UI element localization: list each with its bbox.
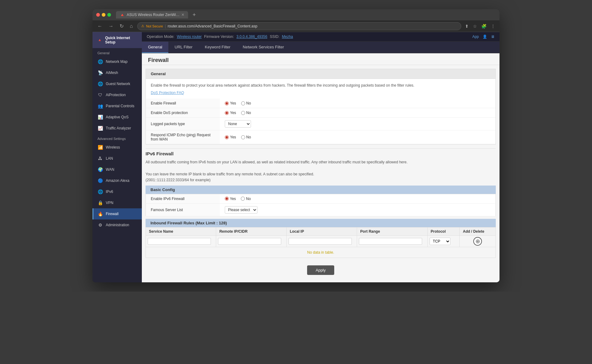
firmware-value[interactable]: 3.0.0.4.386_49356 [236, 35, 267, 39]
close-button[interactable] [96, 13, 100, 17]
administration-icon: ⚙ [97, 222, 103, 228]
enable-dos-no-label[interactable]: No [241, 111, 251, 115]
sidebar-item-firewall[interactable]: 🔥 Firewall [92, 208, 142, 219]
sidebar-item-guest-network[interactable]: 🌐 Guest Network [92, 78, 142, 89]
extensions-icon[interactable]: 🧩 [480, 22, 488, 30]
enable-dos-yes-text: Yes [230, 111, 236, 115]
enable-firewall-yes-label[interactable]: Yes [225, 101, 236, 105]
app-link[interactable]: App [472, 35, 479, 39]
topbar-right: App 👤 🖥 [472, 35, 495, 39]
port-range-input[interactable] [359, 238, 422, 245]
remote-ip-input[interactable] [218, 238, 281, 245]
address-bar[interactable]: ⚠ Not Secure | router.asus.com/Advanced_… [137, 22, 461, 30]
famous-server-select[interactable]: Please select HTTP HTTPS FTP SSH [225, 206, 257, 214]
inbound-rules-section: Inbound Firewall Rules (Max Limit : 128)… [146, 219, 496, 258]
sidebar-item-amazon-alexa[interactable]: 🔵 Amazon Alexa [92, 175, 142, 186]
aimesh-icon: 📡 [97, 70, 103, 76]
table-row: Enable Firewall Yes No [146, 99, 495, 108]
sidebar-item-network-map[interactable]: 🌐 Network Map [92, 56, 142, 67]
enable-firewall-no-label[interactable]: No [241, 101, 251, 105]
browser-titlebar: 🔺 ASUS Wireless Router ZenWi… ✕ + [92, 9, 500, 20]
table-row: Enable IPv6 Firewall Yes No [146, 194, 496, 203]
tab-general[interactable]: General [142, 42, 168, 53]
maximize-button[interactable] [107, 13, 111, 17]
famous-server-label: Famous Server List [146, 203, 220, 216]
tab-network-services-filter[interactable]: Network Services Filter [236, 42, 290, 53]
general-form-table: Enable Firewall Yes No [146, 99, 495, 144]
new-tab-button[interactable]: + [191, 12, 198, 18]
sidebar-item-administration[interactable]: ⚙ Administration [92, 219, 142, 231]
enable-dos-yes-label[interactable]: Yes [225, 111, 236, 115]
sidebar: 🔺 Quick Internet Setup General 🌐 Network… [92, 32, 142, 282]
amazon-alexa-icon: 🔵 [97, 178, 103, 184]
sidebar-label-network-map: Network Map [106, 59, 128, 64]
logged-packets-select[interactable]: None Dropped Accepted Both [225, 120, 251, 128]
minimize-button[interactable] [102, 13, 105, 17]
ipv6-no-label[interactable]: No [241, 197, 251, 201]
sidebar-label-adaptive-qos: Adaptive QoS [106, 115, 129, 119]
basic-config-section: Basic Config Enable IPv6 Firewall Yes [146, 186, 496, 216]
back-button[interactable]: ← [96, 22, 104, 30]
apply-button[interactable]: Apply [307, 265, 335, 275]
sidebar-item-ipv6[interactable]: 🌐 IPv6 [92, 186, 142, 197]
sidebar-item-vpn[interactable]: 🔒 VPN [92, 197, 142, 208]
wireless-icon: 📶 [97, 144, 103, 150]
enable-dos-yes-radio[interactable] [225, 111, 229, 115]
icmp-echo-yes-radio[interactable] [225, 135, 229, 139]
tab-keyword-filter[interactable]: Keyword Filter [199, 42, 236, 53]
sidebar-item-wan[interactable]: 🌍 WAN [92, 164, 142, 175]
quick-setup-label: Quick Internet Setup [105, 36, 137, 44]
menu-icon[interactable]: ⋮ [490, 22, 496, 30]
share-icon[interactable]: ⬆ [464, 22, 470, 30]
sidebar-item-aimesh[interactable]: 📡 AiMesh [92, 67, 142, 78]
traffic-lights [96, 13, 111, 17]
sidebar-item-adaptive-qos[interactable]: 📊 Adaptive QoS [92, 112, 142, 123]
service-name-input[interactable] [148, 238, 211, 245]
forward-button[interactable]: → [107, 22, 115, 30]
icmp-echo-no-label[interactable]: No [241, 135, 251, 139]
browser-tab[interactable]: 🔺 ASUS Wireless Router ZenWi… ✕ [116, 11, 188, 18]
ssid-value[interactable]: Mezha [282, 35, 293, 39]
tab-close-button[interactable]: ✕ [181, 13, 184, 17]
protocol-select[interactable]: TCP UDP BOTH [430, 238, 450, 245]
sidebar-item-wireless[interactable]: 📶 Wireless [92, 142, 142, 153]
no-data-text: No data in table. [307, 250, 334, 255]
sidebar-item-traffic-analyzer[interactable]: 📈 Traffic Analyzer [92, 123, 142, 134]
no-data-row: No data in table. [146, 247, 496, 258]
sidebar-item-aiprotection[interactable]: 🛡 AiProtection [92, 89, 142, 100]
sidebar-item-lan[interactable]: 🖧 LAN [92, 153, 142, 164]
ipv6-no-radio[interactable] [241, 197, 245, 201]
wan-icon: 🌍 [97, 166, 103, 173]
col-local-ip: Local IP [286, 227, 357, 235]
basic-config-header: Basic Config [146, 186, 496, 194]
input-row: TCP UDP BOTH ⊕ [146, 235, 496, 247]
icmp-echo-no-radio[interactable] [241, 135, 245, 139]
general-section: General Enable the firewall to protect y… [146, 69, 496, 145]
ipv6-title: IPv6 Firewall [146, 148, 496, 158]
ipv6-yes-radio[interactable] [225, 197, 229, 201]
icmp-echo-yes-label[interactable]: Yes [225, 135, 236, 139]
tab-url-filter[interactable]: URL Filter [168, 42, 199, 53]
icmp-echo-radio-group: Yes No [225, 135, 491, 139]
enable-ipv6-label: Enable IPv6 Firewall [146, 194, 220, 203]
home-button[interactable]: ⌂ [128, 22, 135, 30]
ipv6-yes-label[interactable]: Yes [225, 197, 236, 201]
monitor-icon[interactable]: 🖥 [491, 35, 495, 39]
sidebar-item-parental-controls[interactable]: 👥 Parental Controls [92, 100, 142, 112]
dos-faq-link[interactable]: DoS Protection FAQ [151, 91, 184, 95]
enable-firewall-yes-radio[interactable] [225, 101, 229, 105]
user-icon[interactable]: 👤 [483, 35, 487, 39]
enable-dos-no-radio[interactable] [241, 111, 245, 115]
content-body: Firewall General Enable the firewall to … [142, 53, 500, 282]
sidebar-label-parental-controls: Parental Controls [106, 104, 134, 108]
quick-setup-icon: 🔺 [97, 38, 102, 42]
quick-setup-item[interactable]: 🔺 Quick Internet Setup [92, 32, 142, 48]
url-text: router.asus.com/Advanced_BasicFirewall_C… [168, 24, 257, 28]
aiprotection-icon: 🛡 [97, 92, 103, 98]
local-ip-input[interactable] [289, 238, 352, 245]
add-rule-button[interactable]: ⊕ [473, 237, 482, 246]
enable-firewall-no-radio[interactable] [241, 101, 245, 105]
bookmark-icon[interactable]: ☆ [472, 22, 478, 30]
refresh-button[interactable]: ↻ [118, 22, 125, 30]
mode-value[interactable]: Wireless router [177, 35, 202, 39]
